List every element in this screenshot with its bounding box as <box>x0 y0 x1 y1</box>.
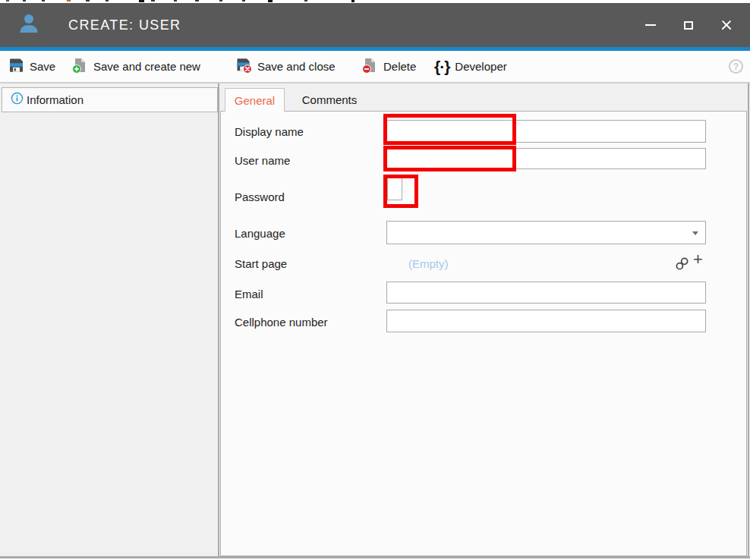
sidebar-item-information[interactable]: Information <box>2 87 218 112</box>
sidebar-item-label: Information <box>27 93 84 106</box>
email-label: Email <box>235 288 263 300</box>
maximize-button[interactable] <box>670 3 707 47</box>
delete-label: Delete <box>383 60 416 73</box>
chevron-down-icon <box>692 231 698 235</box>
background-artifact <box>219 0 222 2</box>
general-tab-panel: Display name User name Password Language… <box>220 111 747 556</box>
close-icon <box>720 19 733 31</box>
window-controls <box>632 3 745 47</box>
password-label: Password <box>235 190 285 203</box>
save-new-icon <box>71 57 88 76</box>
email-input[interactable] <box>386 282 706 304</box>
background-artifact <box>174 0 177 2</box>
titlebar: CREATE: USER <box>0 3 750 47</box>
background-artifact <box>304 0 307 2</box>
delete-icon <box>361 57 378 76</box>
toolbar: Save Save and create new <box>0 51 750 83</box>
background-artifact <box>106 0 109 2</box>
save-and-close-label: Save and close <box>257 60 336 73</box>
background-artifact <box>42 0 45 2</box>
window-title: CREATE: USER <box>68 17 181 33</box>
save-label: Save <box>30 60 55 73</box>
help-icon[interactable]: ? <box>729 59 743 74</box>
start-page-label: Start page <box>235 257 287 270</box>
background-artifact <box>67 0 71 2</box>
background-artifact <box>139 0 144 2</box>
create-user-window: CREATE: USER Save <box>0 0 750 560</box>
start-page-value: (Empty) <box>408 257 449 270</box>
window-border-bottom <box>0 556 750 558</box>
minimize-icon <box>645 24 656 26</box>
user-name-label: User name <box>235 154 290 167</box>
save-and-close-button[interactable]: Save and close <box>232 51 339 82</box>
user-person-icon <box>17 11 41 39</box>
background-artifact <box>86 0 90 2</box>
display-name-label: Display name <box>235 125 304 138</box>
cellphone-number-input[interactable] <box>386 310 706 332</box>
save-icon <box>8 57 24 76</box>
save-and-create-new-label: Save and create new <box>93 60 200 73</box>
minimize-button[interactable] <box>632 3 670 47</box>
sidebar-divider <box>218 83 219 558</box>
link-icon[interactable] <box>674 256 690 275</box>
developer-label: Developer <box>455 60 506 73</box>
maximize-icon <box>684 21 693 30</box>
tab-comments[interactable]: Comments <box>285 88 374 112</box>
developer-icon: {·} <box>434 58 449 74</box>
background-artifact <box>151 0 155 2</box>
background-artifact <box>23 0 26 2</box>
save-and-create-new-button[interactable]: Save and create new <box>68 51 203 82</box>
display-name-input[interactable] <box>386 120 706 143</box>
user-name-input[interactable] <box>386 148 706 169</box>
background-artifact <box>6 0 9 2</box>
delete-button[interactable]: Delete <box>358 51 419 82</box>
developer-button[interactable]: {·} Developer <box>431 51 510 82</box>
background-artifact <box>242 0 245 2</box>
background-artifact <box>268 0 273 2</box>
language-label: Language <box>235 227 285 240</box>
save-button[interactable]: Save <box>5 51 58 82</box>
info-icon <box>11 92 24 108</box>
tab-general[interactable]: General <box>225 88 285 112</box>
background-artifact <box>195 0 199 2</box>
save-close-icon <box>235 57 252 76</box>
close-button[interactable] <box>707 3 745 47</box>
password-input[interactable] <box>387 177 402 200</box>
window-border-right <box>748 83 749 558</box>
background-artifact <box>351 0 355 2</box>
add-icon[interactable]: + <box>693 251 703 268</box>
cellphone-number-label: Cellphone number <box>235 316 328 329</box>
language-select[interactable] <box>386 221 706 244</box>
